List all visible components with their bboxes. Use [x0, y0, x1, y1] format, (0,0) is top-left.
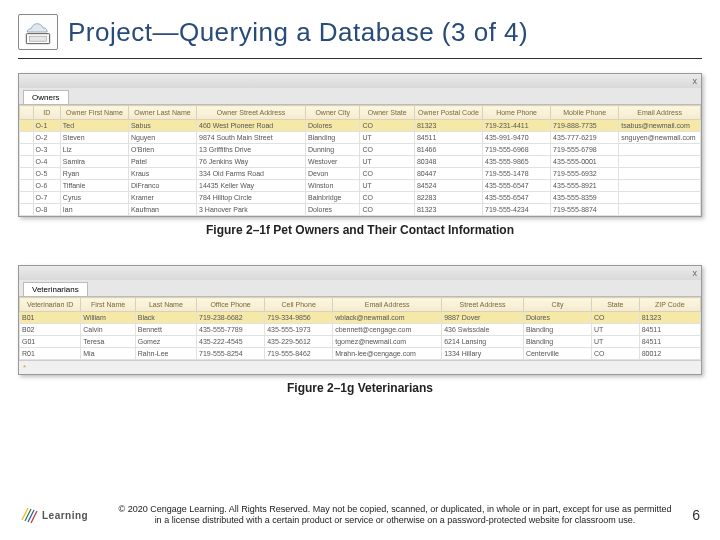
table-cell[interactable]: [20, 120, 34, 132]
table-cell[interactable]: Gomez: [135, 336, 196, 348]
table-cell[interactable]: Dolores: [305, 120, 359, 132]
table-cell[interactable]: [619, 204, 701, 216]
table-cell[interactable]: Ted: [60, 120, 128, 132]
table-cell[interactable]: Blanding: [305, 132, 359, 144]
table-cell[interactable]: 435-222-4545: [197, 336, 265, 348]
table-row[interactable]: O-6TiffanieDiFranco14435 Keller WayWinst…: [20, 180, 701, 192]
table-cell[interactable]: CO: [360, 192, 414, 204]
table-cell[interactable]: Dolores: [523, 312, 591, 324]
table-cell[interactable]: snguyen@newmail.com: [619, 132, 701, 144]
table-cell[interactable]: [20, 168, 34, 180]
table-cell[interactable]: Calvin: [81, 324, 135, 336]
table-cell[interactable]: O-3: [33, 144, 60, 156]
table-cell[interactable]: UT: [591, 336, 639, 348]
table-cell[interactable]: 435-777-6219: [551, 132, 619, 144]
table-cell[interactable]: 719-555-1478: [483, 168, 551, 180]
table-cell[interactable]: O-6: [33, 180, 60, 192]
table-cell[interactable]: 435-555-0001: [551, 156, 619, 168]
col-id[interactable]: ID: [33, 106, 60, 120]
col-street[interactable]: Street Address: [442, 298, 524, 312]
col-last-name[interactable]: Owner Last Name: [128, 106, 196, 120]
table-cell[interactable]: 719-555-8254: [197, 348, 265, 360]
table-cell[interactable]: 81466: [414, 144, 482, 156]
table-cell[interactable]: R01: [20, 348, 81, 360]
table-cell[interactable]: 719-555-4234: [483, 204, 551, 216]
table-row[interactable]: O-2StevenNguyen9874 South Main StreetBla…: [20, 132, 701, 144]
table-cell[interactable]: 1334 Hillary: [442, 348, 524, 360]
table-cell[interactable]: 3 Hanover Park: [197, 204, 306, 216]
table-cell[interactable]: cbennett@cengage.com: [333, 324, 442, 336]
table-cell[interactable]: 81323: [639, 312, 700, 324]
table-cell[interactable]: UT: [360, 180, 414, 192]
table-cell[interactable]: Dunning: [305, 144, 359, 156]
table-cell[interactable]: O-7: [33, 192, 60, 204]
table-cell[interactable]: 9874 South Main Street: [197, 132, 306, 144]
close-icon[interactable]: x: [693, 76, 698, 86]
table-cell[interactable]: UT: [591, 324, 639, 336]
table-cell[interactable]: [20, 156, 34, 168]
table-row[interactable]: O-3LizO'Brien13 Griffiths DriveDunningCO…: [20, 144, 701, 156]
table-cell[interactable]: [20, 192, 34, 204]
table-cell[interactable]: 460 West Pioneer Road: [197, 120, 306, 132]
col-state[interactable]: State: [591, 298, 639, 312]
table-cell[interactable]: Steven: [60, 132, 128, 144]
table-cell[interactable]: 82283: [414, 192, 482, 204]
table-cell[interactable]: O-4: [33, 156, 60, 168]
table-cell[interactable]: 719-334-9856: [265, 312, 333, 324]
table-cell[interactable]: O-2: [33, 132, 60, 144]
table-cell[interactable]: Rahn-Lee: [135, 348, 196, 360]
col-first-name[interactable]: First Name: [81, 298, 135, 312]
table-cell[interactable]: 84524: [414, 180, 482, 192]
col-first-name[interactable]: Owner First Name: [60, 106, 128, 120]
table-cell[interactable]: 719-555-8462: [265, 348, 333, 360]
table-cell[interactable]: [20, 144, 34, 156]
col-cell-phone[interactable]: Cell Phone: [265, 298, 333, 312]
col-city[interactable]: City: [523, 298, 591, 312]
table-cell[interactable]: Devon: [305, 168, 359, 180]
table-cell[interactable]: Kaufman: [128, 204, 196, 216]
table-cell[interactable]: CO: [360, 204, 414, 216]
table-cell[interactable]: CO: [591, 348, 639, 360]
col-email[interactable]: Email Address: [619, 106, 701, 120]
table-cell[interactable]: 435-555-8359: [551, 192, 619, 204]
table-cell[interactable]: 719-888-7735: [551, 120, 619, 132]
col-state[interactable]: Owner State: [360, 106, 414, 120]
table-cell[interactable]: [20, 180, 34, 192]
table-cell[interactable]: 84511: [639, 324, 700, 336]
table-cell[interactable]: G01: [20, 336, 81, 348]
table-cell[interactable]: 435-555-9865: [483, 156, 551, 168]
table-cell[interactable]: tgomez@newmail.com: [333, 336, 442, 348]
table-cell[interactable]: [619, 192, 701, 204]
table-cell[interactable]: CO: [360, 168, 414, 180]
table-cell[interactable]: Kraus: [128, 168, 196, 180]
table-cell[interactable]: Kramer: [128, 192, 196, 204]
table-cell[interactable]: 435-555-7789: [197, 324, 265, 336]
table-cell[interactable]: 9887 Dover: [442, 312, 524, 324]
table-cell[interactable]: [20, 204, 34, 216]
table-cell[interactable]: [619, 180, 701, 192]
table-row[interactable]: O-1TedSabus460 West Pioneer RoadDoloresC…: [20, 120, 701, 132]
table-cell[interactable]: 80447: [414, 168, 482, 180]
table-cell[interactable]: 719-555-6968: [483, 144, 551, 156]
tab-vets[interactable]: Veterinarians: [23, 282, 88, 296]
table-cell[interactable]: 719-555-6798: [551, 144, 619, 156]
table-cell[interactable]: Westover: [305, 156, 359, 168]
table-cell[interactable]: [619, 144, 701, 156]
table-cell[interactable]: Mrahn-lee@cengage.com: [333, 348, 442, 360]
col-mobile-phone[interactable]: Mobile Phone: [551, 106, 619, 120]
table-cell[interactable]: Black: [135, 312, 196, 324]
table-cell[interactable]: Teresa: [81, 336, 135, 348]
table-cell[interactable]: 719-231-4411: [483, 120, 551, 132]
table-cell[interactable]: 435-555-1973: [265, 324, 333, 336]
table-cell[interactable]: 13 Griffiths Drive: [197, 144, 306, 156]
table-cell[interactable]: B01: [20, 312, 81, 324]
table-cell[interactable]: B02: [20, 324, 81, 336]
table-cell[interactable]: Ryan: [60, 168, 128, 180]
table-row[interactable]: O-4SamiraPatel76 Jenkins WayWestoverUT80…: [20, 156, 701, 168]
col-street[interactable]: Owner Street Address: [197, 106, 306, 120]
col-postal[interactable]: Owner Postal Code: [414, 106, 482, 120]
col-zip[interactable]: ZIP Code: [639, 298, 700, 312]
table-cell[interactable]: O-1: [33, 120, 60, 132]
col-email[interactable]: Email Address: [333, 298, 442, 312]
table-cell[interactable]: Winston: [305, 180, 359, 192]
